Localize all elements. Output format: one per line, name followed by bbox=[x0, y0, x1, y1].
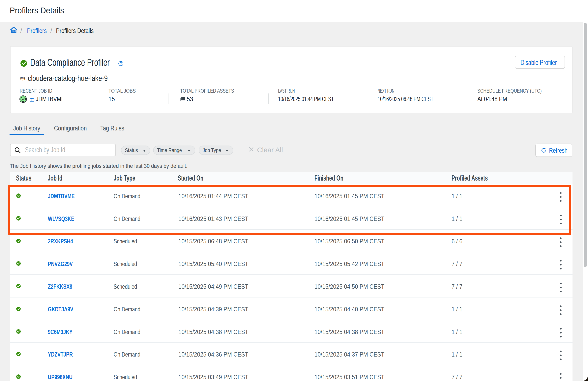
svg-text:?: ? bbox=[120, 62, 122, 65]
svg-text:aws: aws bbox=[20, 76, 25, 79]
